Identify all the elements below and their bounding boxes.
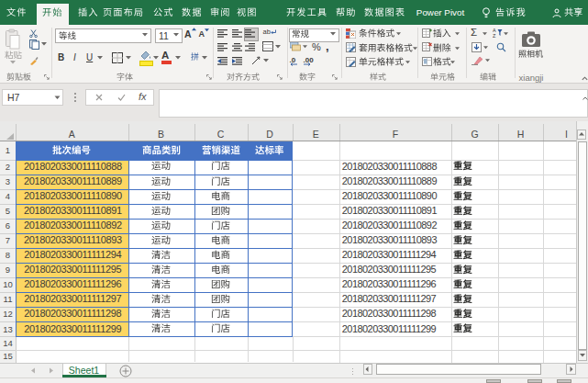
svg-text:Z: Z [493,33,496,38]
